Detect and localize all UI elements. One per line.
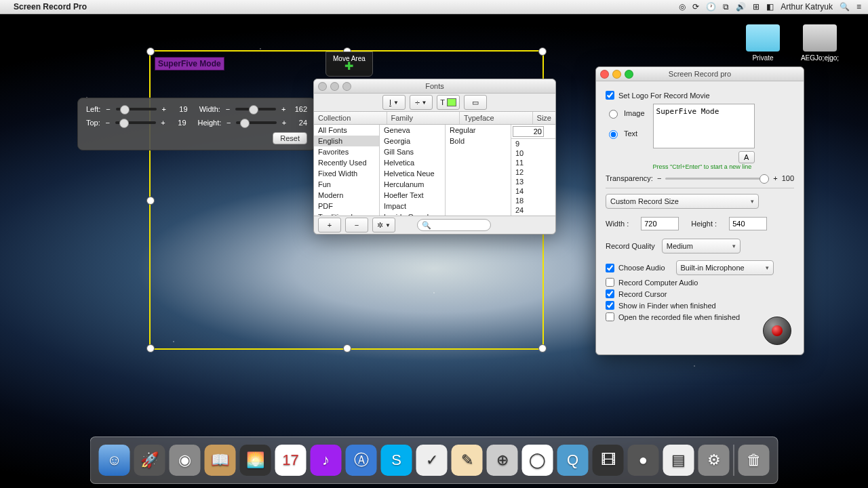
minus-icon[interactable]: − (104, 105, 111, 113)
desktop-drive[interactable]: AEGJo;ejgo; (796, 24, 844, 62)
close-icon[interactable] (318, 82, 327, 91)
reset-button[interactable]: Reset (273, 132, 307, 144)
dock-appstore-icon[interactable]: Ⓐ (346, 445, 377, 476)
close-icon[interactable] (600, 70, 609, 79)
open-after-checkbox[interactable]: Open the recorded file when finished (606, 312, 794, 321)
list-item[interactable]: Geneva (380, 125, 445, 136)
dock-photos-icon[interactable]: 🌅 (240, 445, 271, 476)
menubar-clock-icon[interactable]: 🕐 (706, 2, 716, 12)
list-item[interactable]: Fun (314, 179, 379, 190)
minimize-icon[interactable] (612, 70, 621, 79)
logo-image-radio[interactable]: Image (606, 108, 645, 119)
spotlight-icon[interactable]: 🔍 (840, 2, 850, 12)
set-logo-checkbox[interactable]: Set Logo For Record Movie (606, 91, 794, 100)
list-item[interactable]: Lucida Grande (380, 211, 445, 216)
list-item[interactable]: Helvetica Neue (380, 168, 445, 179)
logo-text-radio[interactable]: Text (606, 128, 645, 139)
list-item[interactable]: 10 (511, 148, 555, 158)
font-search[interactable]: 🔍 (417, 219, 491, 231)
dock-notes-icon[interactable]: ✎ (452, 445, 483, 476)
size-list[interactable]: 910111213141824 (511, 138, 555, 215)
list-item[interactable]: English (314, 136, 379, 146)
quality-select[interactable]: Medium (662, 239, 741, 253)
action-menu[interactable]: ✲▼ (372, 218, 395, 232)
show-in-finder-checkbox[interactable]: Show in Finder when finished (606, 301, 794, 310)
list-item[interactable]: Bold (446, 136, 511, 146)
dock-reminders-icon[interactable]: ✓ (416, 445, 448, 476)
menubar-sync-icon[interactable]: ⟳ (692, 2, 699, 12)
desktop-folder-private[interactable]: Private (739, 24, 787, 62)
family-list[interactable]: GenevaGeorgiaGill SansHelveticaHelvetica… (380, 125, 446, 216)
top-slider[interactable] (115, 121, 156, 124)
record-size-select[interactable]: Custom Record Size (606, 194, 759, 209)
text-color-button[interactable]: T (437, 95, 460, 110)
list-item[interactable]: 11 (511, 158, 555, 167)
remove-button[interactable]: − (345, 218, 368, 232)
strike-button[interactable]: ÷ ▼ (410, 95, 433, 110)
minus-icon[interactable]: − (225, 119, 232, 127)
dock-safari-icon[interactable]: ⊕ (487, 445, 518, 476)
list-item[interactable]: Modern (314, 190, 379, 201)
choose-audio-checkbox[interactable]: Choose Audio Built-in Microphone (606, 260, 794, 275)
menubar-battery-icon[interactable]: ◧ (766, 2, 774, 12)
list-item[interactable]: Hoefler Text (380, 190, 445, 201)
zoom-icon[interactable] (342, 82, 351, 91)
menubar-volume-icon[interactable]: 🔊 (736, 2, 746, 12)
dock-launchpad-icon[interactable]: 🚀 (134, 445, 165, 476)
plus-icon[interactable]: + (280, 105, 287, 113)
plus-icon[interactable]: + (160, 119, 167, 127)
list-item[interactable]: Traditional (314, 211, 379, 216)
logo-text-input[interactable]: SuperFive Mode (653, 104, 755, 148)
list-item[interactable]: 13 (511, 177, 555, 186)
move-area-tab[interactable]: Move Area ✚ (326, 52, 373, 77)
app-name[interactable]: Screen Record Pro (14, 2, 87, 12)
record-button[interactable] (763, 317, 791, 345)
menubar-user[interactable]: Arthur Katryuk (781, 2, 833, 12)
list-item[interactable]: Favorites (314, 146, 379, 157)
height-slider[interactable] (236, 121, 277, 124)
list-item[interactable]: Helvetica (380, 157, 445, 168)
dock-skype-icon[interactable]: S (381, 445, 412, 476)
dock-chrome-icon[interactable]: ◯ (522, 445, 553, 476)
list-item[interactable]: PDF (314, 201, 379, 211)
minus-icon[interactable]: − (657, 174, 661, 182)
minus-icon[interactable]: − (224, 105, 231, 113)
page-button[interactable]: ▭ (464, 95, 487, 110)
menubar-status-icon[interactable]: ◎ (679, 2, 686, 12)
logo-text-overlay[interactable]: SuperFive Mode (155, 57, 224, 70)
collection-list[interactable]: All FontsEnglishFavoritesRecently UsedFi… (314, 125, 380, 216)
plus-icon[interactable]: + (161, 105, 167, 113)
list-item[interactable]: 12 (511, 167, 555, 177)
left-slider[interactable] (116, 108, 157, 110)
list-item[interactable]: Georgia (380, 136, 445, 146)
list-item[interactable]: Fixed Width (314, 168, 379, 179)
app-titlebar[interactable]: Screen Record pro (596, 67, 804, 81)
zoom-icon[interactable] (625, 70, 633, 79)
size-input[interactable] (513, 126, 544, 137)
font-picker-button[interactable]: A (738, 151, 755, 163)
notification-icon[interactable]: ≡ (856, 2, 861, 12)
audio-select[interactable]: Built-in Microphone (676, 260, 774, 275)
list-item[interactable]: Regular (446, 125, 511, 136)
list-item[interactable]: Gill Sans (380, 146, 445, 157)
fonts-titlebar[interactable]: Fonts (314, 79, 555, 94)
minimize-icon[interactable] (330, 82, 339, 91)
typeface-list[interactable]: RegularBold (446, 125, 511, 216)
dock-textedit-icon[interactable]: ▤ (663, 445, 694, 476)
plus-icon[interactable]: + (773, 174, 777, 182)
list-item[interactable]: 9 (511, 139, 555, 148)
menubar-wifi-icon[interactable]: ⧉ (723, 2, 729, 12)
dock-camera-icon[interactable]: ◉ (170, 445, 201, 476)
list-item[interactable]: 18 (511, 196, 555, 205)
dock-movie-icon[interactable]: 🎞 (593, 445, 624, 476)
dock-trash-icon[interactable]: 🗑 (738, 445, 770, 476)
dock-itunes-icon[interactable]: ♪ (311, 445, 342, 476)
dock-contacts-icon[interactable]: 📖 (205, 445, 236, 476)
add-button[interactable]: + (318, 218, 341, 232)
menubar-display-icon[interactable]: ⊞ (753, 2, 760, 12)
list-item[interactable]: Impact (380, 201, 445, 211)
dock-screenrecord-icon[interactable]: ● (628, 445, 659, 476)
transparency-slider[interactable] (665, 178, 769, 180)
dock-ical-icon[interactable]: 17 (275, 445, 307, 476)
list-item[interactable]: 14 (511, 186, 555, 196)
